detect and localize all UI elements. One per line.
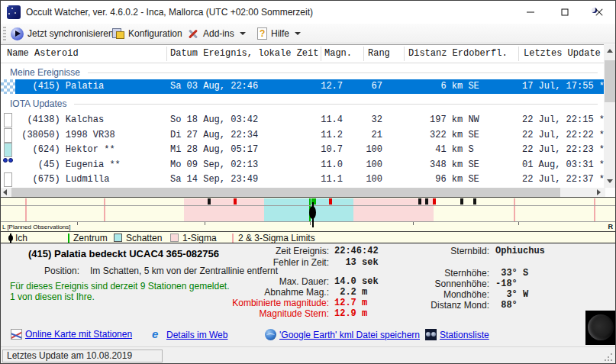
table-row[interactable]: (415) Palatia Sa 03 Aug, 22:46 12.7 67 6…: [1, 79, 604, 94]
column-header-update[interactable]: Letztes Update: [524, 45, 601, 63]
value-distanz-mond: 88°: [495, 301, 518, 311]
vertical-scroll-thumb[interactable]: [605, 60, 616, 102]
group-label: IOTA Updates: [1, 98, 66, 109]
ruler-tick: [205, 222, 205, 225]
scroll-right-button[interactable]: [593, 188, 604, 197]
cell-date: So 18 Aug, 03:42: [170, 113, 258, 127]
web-details-link-label[interactable]: Details im Web: [166, 330, 227, 340]
legend-label-1sigma: 1-Sigma: [182, 233, 217, 243]
sync-icon: [11, 27, 24, 40]
toolbar-grip[interactable]: [3, 27, 6, 40]
sigma1-swatch-icon: [170, 234, 179, 242]
row-observers-icon[interactable]: [3, 158, 14, 172]
online-map-link[interactable]: Online Karte mit Stationen: [11, 329, 132, 340]
internet-explorer-icon: e: [152, 329, 163, 340]
resize-grip[interactable]: [605, 353, 612, 361]
column-header-magn[interactable]: Magn.: [324, 45, 352, 63]
cell-magn: 12.7: [310, 79, 343, 94]
cell-rang: 32: [348, 113, 382, 127]
table-row[interactable]: (4138) Kalchas So 18 Aug, 03:42 11.4 32 …: [1, 113, 604, 127]
label-distanz-mond: Distanz Mond:: [337, 301, 489, 311]
band-1sigma: [353, 198, 434, 221]
sync-label: Jetzt synchronisieren: [27, 28, 114, 39]
label-abnahme-mag: Abnahme Mag.:: [176, 288, 329, 298]
konfiguration-button[interactable]: Konfiguration: [109, 24, 185, 43]
status-message: Letztes Update am 10.08.2019 19:13:44: [2, 350, 163, 362]
chart-legend: Ich Zentrum Schatten 1-Sigma 2 & 3-Sigma…: [1, 233, 615, 244]
horizontal-scroll-thumb[interactable]: [11, 188, 560, 197]
config-icon: [112, 27, 124, 40]
column-divider: [363, 47, 364, 61]
chart-gridline: [1, 205, 615, 206]
sigma-limit-line: [594, 198, 595, 221]
cell-name: (45) Eugenia **: [16, 158, 121, 172]
position-label: Position:: [44, 266, 79, 276]
planned-observation-marker[interactable]: [1, 79, 15, 94]
online-map-link-label[interactable]: Online Karte mit Stationen: [25, 329, 132, 340]
cell-rang: 67: [348, 79, 382, 94]
binoculars-icon: [425, 329, 437, 340]
station-mark: [433, 198, 436, 205]
cell-name: (624) Hektor **: [16, 143, 115, 157]
help-label: Hilfe: [271, 28, 289, 39]
row-checkbox[interactable]: [4, 172, 12, 187]
map-icon: [11, 329, 22, 340]
value-fehler-zeit: 13 sek: [334, 258, 379, 268]
column-header-rang[interactable]: Rang: [368, 45, 390, 63]
column-header-date[interactable]: Datum Ereignis, lokale Zeit: [170, 45, 318, 63]
stations-list-link[interactable]: Stationsliste: [425, 329, 489, 340]
maximize-button[interactable]: [547, 1, 582, 24]
shadow-swatch-icon: [114, 234, 122, 242]
stations-list-link-label[interactable]: Stationsliste: [440, 330, 489, 340]
station-mark: [208, 198, 211, 205]
sync-button[interactable]: Jetzt synchronisieren: [8, 24, 117, 43]
cell-magn: 11.2: [310, 128, 343, 143]
cell-update: 22 Jul, 22:23 *: [522, 143, 605, 157]
label-sternbild: Sternbild:: [337, 246, 489, 256]
addins-label: Add-ins: [203, 28, 234, 39]
hilfe-button[interactable]: Hilfe: [254, 24, 304, 43]
cell-dist: 6 km SE: [430, 79, 479, 94]
help-icon: [257, 27, 267, 40]
title-bar[interactable]: Occult Watcher, ver. 4.6.0.2 - Inca, Mal…: [1, 1, 615, 24]
row-checkbox[interactable]: [4, 113, 12, 127]
ruler-tick: [518, 222, 519, 225]
row-checkbox[interactable]: [4, 128, 12, 143]
sigma-limit-line: [25, 198, 27, 221]
station-mark: [329, 198, 332, 205]
group-header-meine-ereignisse[interactable]: Meine Ereignisse: [1, 66, 602, 79]
addins-button[interactable]: Add-ins: [183, 24, 249, 43]
group-label: Meine Ereignisse: [1, 67, 80, 78]
header-divider: [1, 63, 604, 63]
cell-dist: 197 km NW: [430, 113, 479, 127]
group-line: [74, 104, 598, 105]
cell-name: (415) Palatia: [16, 79, 104, 94]
google-earth-link-label[interactable]: 'Google Earth' kml Datei speichern: [279, 330, 420, 340]
value-sonnenhoehe: -18°: [495, 279, 518, 289]
column-header-name[interactable]: Name Asteroid: [7, 45, 79, 63]
row-shadow-marker[interactable]: [4, 143, 12, 157]
table-row[interactable]: (675) Ludmilla Sa 14 Sep, 23:49 11.1 100…: [1, 172, 604, 187]
scroll-down-button[interactable]: [604, 175, 616, 188]
web-details-link[interactable]: e Details im Web: [152, 329, 227, 340]
scroll-left-button[interactable]: [1, 188, 11, 197]
scroll-up-button[interactable]: [604, 44, 616, 57]
horizontal-scrollbar[interactable]: [1, 188, 605, 197]
label-sternhoehe: Sternhöhe:: [337, 269, 489, 279]
group-header-iota-updates[interactable]: IOTA Updates: [1, 97, 602, 111]
vertical-scrollbar[interactable]: [604, 44, 616, 188]
cell-update: 22 Jul, 22:22 *: [522, 128, 605, 143]
ruler-tick: [77, 222, 78, 225]
cell-magn: 11.0: [310, 158, 343, 172]
label-zeit-ereignis: Zeit Ereignis:: [176, 246, 329, 256]
minimize-button[interactable]: [513, 1, 547, 24]
close-button[interactable]: [582, 1, 616, 24]
scrollbar-corner: [605, 188, 616, 197]
chart-ruler: L [Planned Observations] R: [1, 222, 615, 232]
table-row[interactable]: (45) Eugenia ** Mo 09 Sep, 02:13 11.0 10…: [1, 158, 604, 172]
table-row[interactable]: (624) Hektor ** Mi 28 Aug, 05:17 10.7 10…: [1, 143, 604, 157]
column-header-dist[interactable]: Distanz Erdoberfl.: [408, 45, 508, 63]
table-row[interactable]: (38050) 1998 VR38 Di 27 Aug, 22:34 11.2 …: [1, 128, 604, 143]
status-bar: Letztes Update am 10.08.2019 19:13:44: [1, 346, 615, 364]
google-earth-kml-link[interactable]: 'Google Earth' kml Datei speichern: [265, 329, 420, 340]
